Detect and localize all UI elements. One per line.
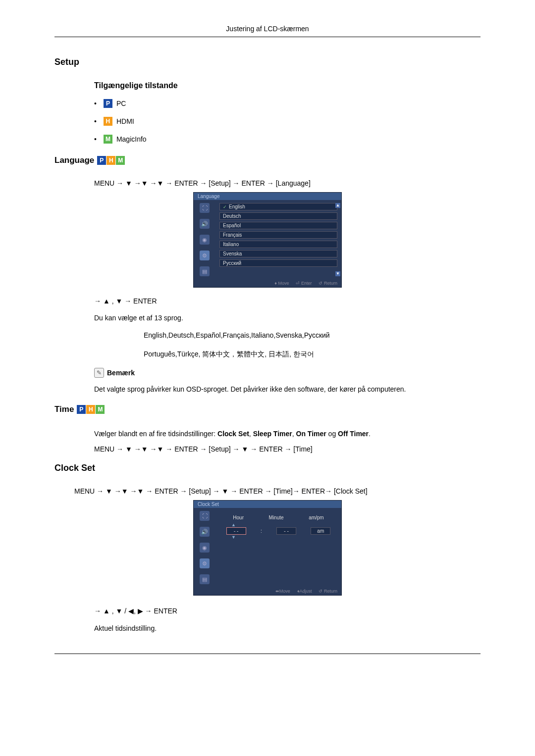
col-ampm: am/pm xyxy=(309,515,324,520)
osd-title: Language xyxy=(194,193,341,200)
note-text: Det valgte sprog påvirker kun OSD-sproge… xyxy=(94,384,481,395)
osd-title: Clock Set xyxy=(194,501,341,508)
osd-footer: ⬌Move ♦Adjust ↺ Return xyxy=(194,587,341,595)
m-icon: M xyxy=(116,156,125,165)
footer-rule xyxy=(54,654,481,654)
scroll-down-icon[interactable]: ▼ xyxy=(335,271,340,276)
ampm-field[interactable]: am xyxy=(311,527,330,535)
multi-icon: ▤ xyxy=(200,266,210,276)
up-arrow-icon[interactable]: ▲ xyxy=(231,522,236,527)
scroll-up-icon[interactable]: ▲ xyxy=(335,203,340,208)
clockset-nav-path: MENU → ▼ →▼ →▼ → ENTER → [Setup] → ▼ → E… xyxy=(74,487,481,495)
clockset-nav-arrows: → ▲ , ▼ / ◀, ▶ → ENTER xyxy=(94,605,481,616)
mode-item-hdmi: H HDMI xyxy=(94,117,481,126)
footer-enter: ⏎ Enter xyxy=(296,281,312,286)
signal-icon: ◉ xyxy=(200,235,210,245)
modes-list: P PC H HDMI M MagicInfo xyxy=(94,99,481,144)
lang-item-italiano[interactable]: Italiano xyxy=(219,241,337,248)
p-icon: P xyxy=(104,99,112,108)
h-icon: H xyxy=(107,156,115,165)
osd-scrollbar[interactable]: ▲ ▼ xyxy=(335,203,340,276)
osd-content: English Deutsch Español Français Italian… xyxy=(215,200,341,279)
h-icon: H xyxy=(104,117,112,126)
lang-item-russian[interactable]: Русский xyxy=(219,259,337,267)
picture-icon: ⛶ xyxy=(200,203,210,213)
multi-icon: ▤ xyxy=(200,574,210,584)
phm-badges: P H M xyxy=(77,405,105,414)
signal-icon: ◉ xyxy=(200,543,210,553)
language-nav-arrows: → ▲ , ▼ → ENTER xyxy=(94,296,481,306)
lang-item-espanol[interactable]: Español xyxy=(219,222,337,229)
osd-sidebar: ⛶ 🔊 ◉ ⚙ ▤ xyxy=(194,508,215,587)
mode-item-magicinfo: M MagicInfo xyxy=(94,135,481,144)
col-hour: Hour xyxy=(233,515,244,520)
setup-title: Setup xyxy=(54,57,481,67)
mode-item-pc: P PC xyxy=(94,99,481,108)
lang-item-english[interactable]: English xyxy=(219,203,337,210)
footer-adjust: ♦Adjust xyxy=(297,589,312,594)
page-header: Justering af LCD-skærmen xyxy=(54,25,481,37)
lang-item-svenska[interactable]: Svenska xyxy=(219,250,337,257)
setup-icon: ⚙ xyxy=(200,558,210,568)
clockset-title: Clock Set xyxy=(54,463,481,473)
phm-badges: P H M xyxy=(97,156,125,165)
modes-title: Tilgængelige tilstande xyxy=(94,81,481,90)
h-icon: H xyxy=(86,405,95,414)
osd-footer: ♦ Move ⏎ Enter ↺ Return xyxy=(194,279,341,287)
p-icon: P xyxy=(77,405,86,414)
picture-icon: ⛶ xyxy=(200,511,210,521)
language-nav-path: MENU → ▼ →▼ →▼ → ENTER → [Setup] → ENTER… xyxy=(94,179,481,187)
clockset-osd-panel: Clock Set ⛶ 🔊 ◉ ⚙ ▤ Hour Minute am/pm ▲ … xyxy=(193,500,342,596)
time-intro: Vælger blandt en af fire tidsindstilling… xyxy=(94,428,481,439)
language-osd-panel: Language ⛶ 🔊 ◉ ⚙ ▤ English Deutsch Españ… xyxy=(193,192,342,288)
osd-sidebar: ⛶ 🔊 ◉ ⚙ ▤ xyxy=(194,200,215,279)
m-icon: M xyxy=(104,135,112,144)
down-arrow-icon[interactable]: ▼ xyxy=(231,535,236,540)
time-title: Time P H M xyxy=(54,404,481,414)
minute-field[interactable]: - - xyxy=(276,527,296,535)
footer-move: ♦ Move xyxy=(274,281,289,286)
language-body: Du kan vælge et af 13 sprog. xyxy=(94,312,481,323)
mode-label: HDMI xyxy=(116,117,134,125)
p-icon: P xyxy=(97,156,106,165)
footer-return: ↺ Return xyxy=(319,281,337,286)
clockset-body: Aktuel tidsindstilling. xyxy=(94,623,481,634)
sound-icon: 🔊 xyxy=(200,527,210,537)
sound-icon: 🔊 xyxy=(200,219,210,229)
note-label: Bemærk xyxy=(107,369,135,377)
lang-item-deutsch[interactable]: Deutsch xyxy=(219,212,337,220)
mode-label: MagicInfo xyxy=(116,135,147,143)
lang-item-francais[interactable]: Français xyxy=(219,231,337,239)
footer-move: ⬌Move xyxy=(275,589,290,594)
footer-return: ↺ Return xyxy=(319,589,337,594)
col-minute: Minute xyxy=(269,515,284,520)
language-list-1: English,Deutsch,Español,Français,Italian… xyxy=(144,330,481,341)
clock-content: Hour Minute am/pm ▲ - - : - - am ▼ xyxy=(215,508,341,587)
setup-icon: ⚙ xyxy=(200,251,210,260)
language-list-2: Português,Türkçe, 简体中文，繁體中文, 日本語, 한국어 xyxy=(144,349,481,359)
m-icon: M xyxy=(96,405,105,414)
hour-field[interactable]: - - xyxy=(226,527,246,535)
mode-label: PC xyxy=(116,100,126,107)
language-title: Language P H M xyxy=(54,155,481,165)
time-nav-path: MENU → ▼ →▼ →▼ → ENTER → [Setup] → ▼ → E… xyxy=(94,445,481,453)
note-row: Bemærk xyxy=(94,368,481,378)
note-icon xyxy=(94,368,104,378)
